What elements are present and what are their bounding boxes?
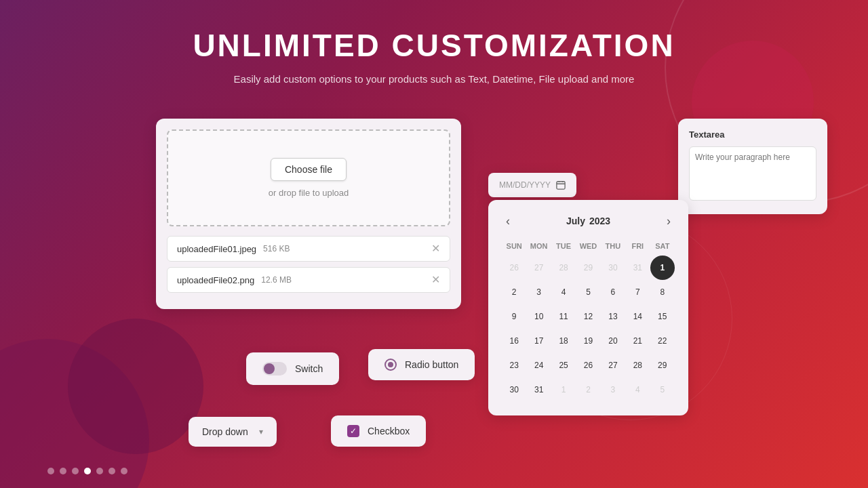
textarea-label: Textarea <box>689 129 816 140</box>
date-input-widget[interactable]: MM/DD/YYYY <box>488 173 576 197</box>
calendar-day[interactable]: 7 <box>625 280 650 304</box>
calendar-day[interactable]: 30 <box>502 378 526 402</box>
file-size-1: 516 KB <box>263 244 290 253</box>
calendar-day[interactable]: 26 <box>502 256 526 280</box>
textarea-widget: Textarea <box>678 119 827 214</box>
checkbox-widget[interactable]: ✓ Checkbox <box>331 415 426 447</box>
col-thu: THU <box>601 239 625 256</box>
col-sat: SAT <box>650 239 675 256</box>
calendar-month-year: July 2023 <box>566 216 610 226</box>
file-list-item: uploadedFile01.jpeg 516 KB ✕ <box>167 236 450 262</box>
main-content: Choose file or drop file to upload uploa… <box>0 85 868 485</box>
calendar-day[interactable]: 14 <box>625 304 650 329</box>
switch-knob <box>264 363 275 374</box>
radio-button <box>384 359 397 371</box>
page-subtitle: Easily add custom options to your produc… <box>0 73 868 85</box>
calendar-day[interactable]: 18 <box>551 329 576 353</box>
file-info-2: uploadedFile02.png 12.6 MB <box>177 275 292 285</box>
table-row: 26 27 28 29 30 31 1 <box>502 256 675 280</box>
calendar-day[interactable]: 26 <box>576 353 600 378</box>
calendar-day[interactable]: 25 <box>551 353 576 378</box>
file-size-2: 12.6 MB <box>261 275 292 285</box>
calendar-day[interactable]: 30 <box>601 256 625 280</box>
calendar-day[interactable]: 4 <box>625 378 650 402</box>
calendar-weekdays-row: SUN MON TUE WED THU FRI SAT <box>502 239 675 256</box>
calendar-day[interactable]: 28 <box>625 353 650 378</box>
dropdown-widget[interactable]: Drop down ▾ <box>189 417 277 447</box>
calendar-day[interactable]: 31 <box>625 256 650 280</box>
calendar-day[interactable]: 28 <box>551 256 576 280</box>
calendar-day[interactable]: 3 <box>601 378 625 402</box>
radio-label: Radio button <box>405 359 458 370</box>
calendar-header: ‹ July 2023 › <box>502 214 675 228</box>
calendar-day[interactable]: 6 <box>601 280 625 304</box>
table-row: 2 3 4 5 6 7 8 <box>502 280 675 304</box>
drop-zone[interactable]: Choose file or drop file to upload <box>167 129 450 226</box>
radio-inner <box>388 362 393 367</box>
calendar-day[interactable]: 29 <box>576 256 600 280</box>
calendar-day[interactable]: 5 <box>576 280 600 304</box>
table-row: 23 24 25 26 27 28 29 <box>502 353 675 378</box>
file-name-1: uploadedFile01.jpeg <box>177 244 256 254</box>
calendar-prev-button[interactable]: ‹ <box>502 214 514 228</box>
calendar-day[interactable]: 27 <box>601 353 625 378</box>
file-list-item-2: uploadedFile02.png 12.6 MB ✕ <box>167 267 450 293</box>
calendar-body: 26 27 28 29 30 31 1 2 3 4 5 6 7 8 <box>502 256 675 402</box>
calendar-day[interactable]: 19 <box>576 329 600 353</box>
calendar-day[interactable]: 17 <box>526 329 551 353</box>
calendar-day[interactable]: 10 <box>526 304 551 329</box>
calendar-day[interactable]: 8 <box>650 280 675 304</box>
calendar-year: 2023 <box>589 216 610 226</box>
drop-text: or drop file to upload <box>182 188 435 198</box>
date-placeholder: MM/DD/YYYY <box>499 180 551 190</box>
dropdown-label: Drop down <box>202 426 251 437</box>
calendar-day[interactable]: 21 <box>625 329 650 353</box>
calendar-month: July <box>566 216 585 226</box>
calendar-day[interactable]: 3 <box>526 280 551 304</box>
remove-file-2-button[interactable]: ✕ <box>431 274 440 285</box>
calendar-widget: ‹ July 2023 › SUN MON TUE WED THU FRI SA… <box>488 200 688 415</box>
radio-widget[interactable]: Radio button <box>368 349 475 380</box>
calendar-day[interactable]: 9 <box>502 304 526 329</box>
col-sun: SUN <box>502 239 526 256</box>
page-title: UNLIMITED CUSTOMIZATION <box>0 27 868 64</box>
calendar-day[interactable]: 22 <box>650 329 675 353</box>
col-tue: TUE <box>551 239 576 256</box>
switch-label: Switch <box>295 363 323 374</box>
calendar-day[interactable]: 12 <box>576 304 600 329</box>
file-info-1: uploadedFile01.jpeg 516 KB <box>177 244 290 254</box>
switch-toggle <box>262 362 287 375</box>
calendar-day[interactable]: 27 <box>526 256 551 280</box>
remove-file-1-button[interactable]: ✕ <box>431 243 440 254</box>
calendar-day[interactable]: 15 <box>650 304 675 329</box>
table-row: 9 10 11 12 13 14 15 <box>502 304 675 329</box>
calendar-day[interactable]: 20 <box>601 329 625 353</box>
file-name-2: uploadedFile02.png <box>177 275 254 285</box>
calendar-day[interactable]: 1 <box>551 378 576 402</box>
calendar-day[interactable]: 24 <box>526 353 551 378</box>
calendar-day[interactable]: 16 <box>502 329 526 353</box>
calendar-day[interactable]: 29 <box>650 353 675 378</box>
switch-widget[interactable]: Switch <box>246 352 339 385</box>
col-fri: FRI <box>625 239 650 256</box>
header: UNLIMITED CUSTOMIZATION Easily add custo… <box>0 0 868 85</box>
checkbox-box: ✓ <box>347 425 359 437</box>
calendar-day[interactable]: 23 <box>502 353 526 378</box>
svg-rect-0 <box>557 182 565 189</box>
checkbox-checkmark: ✓ <box>350 427 357 435</box>
table-row: 30 31 1 2 3 4 5 <box>502 378 675 402</box>
choose-file-button[interactable]: Choose file <box>271 158 347 181</box>
textarea-input[interactable] <box>689 146 816 201</box>
calendar-day[interactable]: 13 <box>601 304 625 329</box>
col-wed: WED <box>576 239 600 256</box>
calendar-day[interactable]: 2 <box>502 280 526 304</box>
calendar-day[interactable]: 2 <box>576 378 600 402</box>
calendar-day[interactable]: 4 <box>551 280 576 304</box>
calendar-day-selected[interactable]: 1 <box>650 256 675 280</box>
checkbox-label: Checkbox <box>368 426 410 436</box>
calendar-icon <box>556 180 566 190</box>
calendar-day[interactable]: 5 <box>650 378 675 402</box>
calendar-day[interactable]: 31 <box>526 378 551 402</box>
calendar-next-button[interactable]: › <box>663 214 675 228</box>
calendar-day[interactable]: 11 <box>551 304 576 329</box>
